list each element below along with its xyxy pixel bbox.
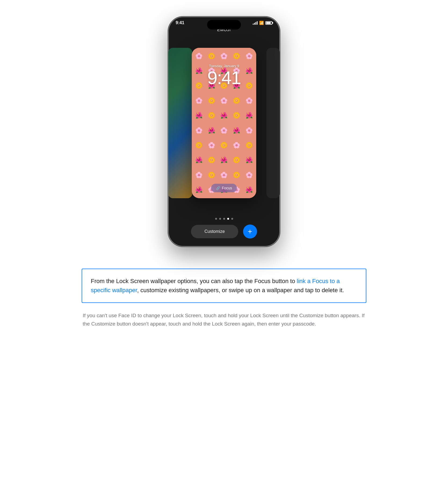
emoji-cell: 🌼 xyxy=(205,168,218,182)
signal-bar-1 xyxy=(253,24,254,25)
emoji-cell: 🌼 xyxy=(218,138,230,152)
emoji-cell: 🌸 xyxy=(218,93,230,108)
emoji-cell: 🌼 xyxy=(205,93,218,108)
emoji-cell: 🌺 xyxy=(193,153,205,167)
emoji-cell: 🌼 xyxy=(205,153,218,167)
emoji-cell: 🌺 xyxy=(243,153,255,167)
emoji-cell: 🌺 xyxy=(243,109,255,123)
secondary-paragraph: If you can't use Face ID to change your … xyxy=(82,312,366,328)
emoji-cell: 🌺 xyxy=(218,109,230,123)
emoji-cell: 🌸 xyxy=(243,49,255,63)
emoji-cell: 🌼 xyxy=(205,109,218,123)
dot-4-active xyxy=(227,218,229,220)
signal-bar-3 xyxy=(255,22,256,25)
wallpaper-carousel[interactable]: 🌸🌼🌸🌼🌸🌺🌸🌺🌸🌺🌼🌺🌼🌺🌼🌸🌼🌸🌼🌸🌺🌼🌺🌼🌺🌸🌺🌸🌺🌸🌼🌸🌼🌸🌼🌺🌼🌺🌼🌺… xyxy=(168,32,280,214)
focus-button[interactable]: 🔗 Focus xyxy=(211,184,237,192)
wallpaper-left-preview[interactable] xyxy=(168,48,192,198)
emoji-cell: 🌸 xyxy=(243,93,255,108)
emoji-cell: 🌺 xyxy=(205,123,218,138)
emoji-cell: 🌸 xyxy=(218,123,230,138)
highlight-text-before: From the Lock Screen wallpaper options, … xyxy=(91,278,297,284)
emoji-cell: 🌼 xyxy=(243,138,255,152)
status-icons: 📶 xyxy=(253,21,272,25)
emoji-cell: 🌸 xyxy=(218,168,230,182)
battery-fill xyxy=(266,22,271,24)
signal-bar-4 xyxy=(257,21,258,25)
emoji-cell: 🌼 xyxy=(193,138,205,152)
emoji-cell: 🌸 xyxy=(230,138,243,152)
text-section: From the Lock Screen wallpaper options, … xyxy=(82,269,366,328)
emoji-cell: 🌼 xyxy=(230,168,243,182)
emoji-cell: 🌼 xyxy=(230,49,243,63)
bottom-controls: Customize + xyxy=(168,225,280,247)
add-icon: + xyxy=(248,228,252,235)
dot-2 xyxy=(219,218,221,220)
customize-button[interactable]: Customize xyxy=(191,225,238,238)
wallpaper-main[interactable]: 🌸🌼🌸🌼🌸🌺🌸🌺🌸🌺🌼🌺🌼🌺🌼🌸🌼🌸🌼🌸🌺🌼🌺🌼🌺🌸🌺🌸🌺🌸🌼🌸🌼🌸🌼🌺🌼🌺🌼🌺… xyxy=(192,48,256,198)
pagination-dots xyxy=(215,218,233,220)
emoji-cell: 🌸 xyxy=(218,49,230,63)
emoji-cell: 🌼 xyxy=(230,153,243,167)
focus-button-label: Focus xyxy=(222,186,232,190)
emoji-cell: 🌼 xyxy=(230,109,243,123)
status-time: 9:41 xyxy=(176,20,184,25)
dot-5 xyxy=(231,218,233,220)
emoji-cell: 🌼 xyxy=(230,93,243,108)
phone-mockup: 9:41 📶 EMOJI xyxy=(168,16,280,247)
focus-link-icon: 🔗 xyxy=(216,186,220,190)
emoji-cell: 🌺 xyxy=(193,109,205,123)
emoji-cell: 🌸 xyxy=(243,168,255,182)
emoji-cell: 🌸 xyxy=(193,49,205,63)
emoji-cell: 🌸 xyxy=(243,123,255,138)
dynamic-island xyxy=(207,20,241,30)
highlight-text-after: , customize existing wallpapers, or swip… xyxy=(137,287,344,294)
wifi-icon: 📶 xyxy=(259,21,264,25)
emoji-cell: 🌺 xyxy=(218,153,230,167)
emoji-cell: 🌺 xyxy=(230,123,243,138)
emoji-cell: 🌸 xyxy=(193,93,205,108)
highlight-paragraph: From the Lock Screen wallpaper options, … xyxy=(91,277,357,295)
clock-overlay: Tuesday, January 9 9:41 xyxy=(192,64,256,87)
dot-1 xyxy=(215,218,217,220)
dot-3 xyxy=(223,218,225,220)
emoji-cell: 🌸 xyxy=(205,138,218,152)
signal-bar-2 xyxy=(254,23,255,25)
emoji-cell: 🌸 xyxy=(193,123,205,138)
battery-icon xyxy=(265,21,272,25)
signal-bars-icon xyxy=(253,21,258,25)
emoji-cell: 🌼 xyxy=(205,49,218,63)
add-button[interactable]: + xyxy=(243,225,257,238)
emoji-cell: 🌺 xyxy=(193,183,205,197)
emoji-cell: 🌸 xyxy=(193,168,205,182)
highlight-box: From the Lock Screen wallpaper options, … xyxy=(82,269,366,303)
clock-time: 9:41 xyxy=(192,68,256,87)
phone-frame: 9:41 📶 EMOJI xyxy=(168,16,280,247)
emoji-cell: 🌺 xyxy=(243,183,255,197)
wallpaper-right-handle xyxy=(266,48,280,198)
